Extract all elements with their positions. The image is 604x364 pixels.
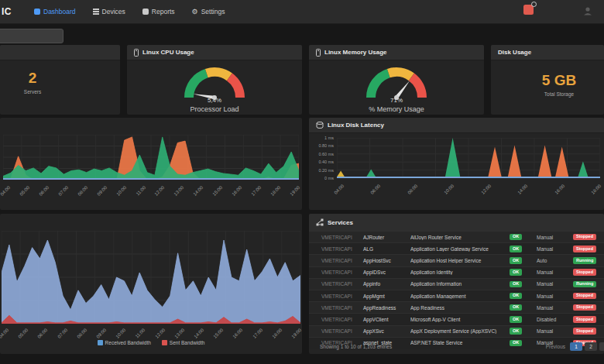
- service-startup-type: Disabled: [537, 317, 573, 322]
- bandwidth-x-axis: 04:0005:0006:0007:0008:0009:0010:0011:00…: [2, 325, 300, 339]
- user-icon[interactable]: [582, 5, 593, 19]
- services-title: Services: [328, 219, 353, 226]
- cpu-panel-title: Linux CPU Usage: [142, 49, 194, 56]
- y-axis-label: 0.20 ms: [311, 168, 334, 173]
- pagination-page-3[interactable]: 3: [599, 342, 604, 351]
- x-axis-label: 05:00: [12, 185, 31, 204]
- service-host: VMETRICAPI: [321, 305, 363, 311]
- filter-dropdown[interactable]: [0, 29, 63, 43]
- memory-panel: Linux Memory Usage 71% % Memory Usage: [309, 45, 484, 115]
- service-startup-type: Manual: [537, 246, 573, 252]
- service-name: ALG: [363, 246, 410, 252]
- x-axis-label: 12:00: [473, 184, 492, 203]
- y-axis-label: 0 ms: [311, 176, 334, 180]
- service-row[interactable]: VMETRICAPIAppHostSvcApplication Host Hel…: [309, 254, 604, 266]
- devices-icon: [93, 9, 99, 15]
- service-name: AppHostSvc: [363, 258, 410, 263]
- service-row[interactable]: VMETRICAPIAppVClientMicrosoft App-V Clie…: [309, 313, 604, 325]
- service-host: VMETRICAPI: [321, 281, 363, 287]
- service-host: VMETRICAPI: [321, 294, 363, 299]
- service-state-badge: Running: [573, 281, 596, 288]
- dashboard-root: IC DashboardDevicesReports⚙Settings 2 Se…: [0, 0, 604, 364]
- nav-item-reports[interactable]: Reports: [142, 8, 175, 15]
- service-description: Application Information: [410, 281, 510, 287]
- legend-item[interactable]: Sent Bandwidth: [162, 340, 205, 345]
- service-name: AppReadiness: [363, 305, 410, 311]
- reports-icon: [142, 9, 149, 15]
- nav-item-dashboard[interactable]: Dashboard: [34, 8, 76, 15]
- nav-item-settings[interactable]: ⚙Settings: [192, 8, 225, 15]
- network-x-axis: 04:0005:0006:0007:0008:0009:0010:0011:00…: [3, 183, 299, 201]
- service-startup-type: Manual: [537, 281, 573, 287]
- settings-icon: ⚙: [192, 9, 198, 15]
- disk-latency-panel: Linux Disk Latency 1 ms0.80 ms0.60 ms0.4…: [309, 118, 604, 210]
- network-chart-panel: 04:0005:0006:0007:0008:0009:0010:0011:00…: [0, 118, 302, 210]
- service-startup-type: Auto: [537, 258, 573, 263]
- service-host: VMETRICAPI: [321, 246, 363, 252]
- cpu-panel-header: Linux CPU Usage: [127, 45, 302, 60]
- service-name: AppXSvc: [363, 328, 410, 334]
- service-row[interactable]: VMETRICAPIAppReadinessApp ReadinessOKMan…: [309, 301, 604, 313]
- services-footer-text: Showing 1 to 10 of 1,103 entries: [320, 344, 392, 349]
- x-axis-label: 18:00: [263, 185, 282, 204]
- notification-badge[interactable]: [523, 5, 534, 15]
- disk-latency-panel-header: Linux Disk Latency: [309, 118, 604, 133]
- y-axis-label: 1 ms: [311, 136, 334, 140]
- service-description: Application Identity: [410, 270, 510, 275]
- x-axis-label: 14:00: [186, 185, 205, 204]
- service-host: VMETRICAPI: [321, 328, 363, 334]
- y-axis-label: 0.80 ms: [311, 143, 334, 148]
- servers-label: Servers: [0, 89, 65, 94]
- memory-panel-title: Linux Memory Usage: [324, 49, 386, 56]
- legend-item[interactable]: Received Bandwidth: [98, 340, 151, 345]
- bandwidth-chart: [2, 231, 300, 327]
- service-row[interactable]: VMETRICAPIAppinfoApplication Information…: [309, 278, 604, 290]
- service-health-badge: OK: [510, 293, 522, 300]
- disk-usage-value: 5 GB: [520, 73, 598, 88]
- service-host: VMETRICAPI: [321, 235, 363, 240]
- x-axis-label: 16:00: [224, 185, 243, 204]
- service-row[interactable]: VMETRICAPIAppXSvcAppX Deployment Service…: [309, 325, 604, 337]
- service-state-badge: Stopped: [573, 246, 596, 252]
- memory-gauge: 71% % Memory Usage: [309, 60, 484, 115]
- service-row[interactable]: VMETRICAPIALGApplication Layer Gateway S…: [309, 242, 604, 254]
- service-row[interactable]: VMETRICAPIAJRouterAllJoyn Router Service…: [309, 231, 604, 242]
- service-row[interactable]: VMETRICAPIAppIDSvcApplication IdentityOK…: [309, 266, 604, 278]
- service-description: Application Management: [410, 294, 510, 299]
- x-axis-label: 13:00: [166, 185, 186, 204]
- service-row[interactable]: VMETRICAPIAppMgmtApplication ManagementO…: [309, 290, 604, 301]
- service-description: AppX Deployment Service (AppXSVC): [410, 328, 510, 334]
- pagination-page-2[interactable]: 2: [585, 342, 597, 351]
- servers-count: 2: [0, 70, 65, 85]
- nav-item-devices[interactable]: Devices: [93, 8, 125, 15]
- nav-item-label: Dashboard: [43, 8, 76, 15]
- service-name: Appinfo: [363, 281, 410, 287]
- x-axis-label: 07:00: [50, 185, 70, 204]
- memory-panel-header: Linux Memory Usage: [309, 45, 484, 60]
- disk-latency-chart: [337, 138, 600, 181]
- service-health-badge: OK: [510, 269, 522, 276]
- x-axis-label: 04:00: [0, 185, 12, 204]
- x-axis-label: 19:00: [282, 185, 301, 204]
- legend-swatch: [162, 340, 167, 345]
- x-axis-label: 10:00: [436, 184, 455, 203]
- cpu-value: 5,4%: [208, 97, 221, 104]
- disk-usage-panel-header: Disk Usage: [491, 45, 604, 60]
- servers-panel: 2 Servers: [0, 45, 120, 115]
- memory-icon: [316, 49, 321, 57]
- service-state-badge: Stopped: [573, 269, 596, 276]
- app-logo: IC: [2, 6, 12, 17]
- notification-count-bubble: [531, 2, 537, 7]
- service-host: VMETRICAPI: [321, 258, 363, 263]
- service-description: Application Layer Gateway Service: [410, 246, 510, 252]
- pagination-previous[interactable]: Previous: [546, 344, 565, 349]
- service-health-badge: OK: [510, 281, 522, 288]
- service-name: AppMgmt: [363, 294, 410, 299]
- x-axis-label: 06:00: [31, 185, 50, 204]
- dashboard-icon: [34, 9, 40, 15]
- legend-swatch: [98, 340, 103, 345]
- bandwidth-chart-panel: 04:0005:0006:0007:0008:0009:0010:0011:00…: [0, 214, 302, 354]
- disk-usage-panel: Disk Usage 5 GB Total Storage: [491, 45, 604, 115]
- pagination-page-1[interactable]: 1: [570, 342, 582, 351]
- service-state-badge: Running: [573, 257, 596, 264]
